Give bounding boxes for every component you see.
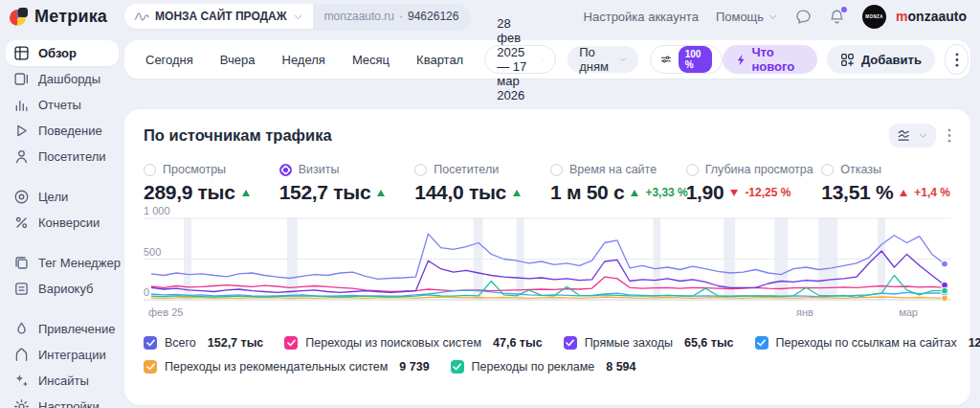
legend-checkbox[interactable]	[755, 336, 768, 350]
sidebar-item-overview[interactable]: Обзор	[6, 40, 119, 66]
legend-checkbox[interactable]	[451, 360, 464, 374]
sidebar-item-insights[interactable]: Инсайты	[6, 368, 119, 394]
target-icon	[13, 189, 30, 205]
quick-range-button-2[interactable]: Неделя	[269, 47, 339, 73]
sampling-control[interactable]: 100 %	[650, 45, 723, 74]
legend-label: Переходы из рекомендательных систем	[165, 360, 388, 374]
card-more-button[interactable]	[947, 128, 951, 143]
granularity-select[interactable]: По дням	[568, 46, 638, 73]
legend-checkbox[interactable]	[564, 336, 577, 350]
gear-icon	[13, 398, 30, 408]
legend-item[interactable]: Всего152,7 тыс	[144, 336, 263, 350]
metric-tab-depth[interactable]: Глубина просмотра1,90-12,25 %	[686, 163, 816, 204]
quick-range-button-3[interactable]: Месяц	[339, 47, 403, 73]
card-controls	[889, 124, 951, 147]
add-widget-button[interactable]: Добавить	[827, 45, 935, 74]
legend-item[interactable]: Переходы из рекомендательных систем9 739	[144, 360, 430, 374]
sidebar-item-visitors[interactable]: Посетители	[6, 144, 119, 170]
sidebar-item-variocube[interactable]: Вариокуб	[6, 276, 119, 302]
metric-radio[interactable]	[414, 164, 427, 176]
chevron-down-icon	[541, 54, 544, 65]
chart-type-button[interactable]	[889, 124, 936, 147]
metric-radio[interactable]	[144, 164, 156, 176]
quick-range-button-0[interactable]: Сегодня	[132, 47, 207, 73]
metrica-logo[interactable]: Метрика	[10, 7, 107, 27]
x-tick-label: фев 25	[148, 306, 183, 318]
counter-name-button[interactable]: МОНЗА САЙТ ПРОДАЖ	[124, 4, 313, 29]
toolbar-more-button[interactable]	[945, 44, 969, 75]
metric-tab-bounce[interactable]: Отказы13,51 %+1,4 %	[821, 163, 951, 204]
counter-selector: МОНЗА САЙТ ПРОДАЖ monzaauto.ru · 9462612…	[124, 4, 470, 29]
date-range-picker[interactable]: 28 фев 2025 — 17 мар 2026	[484, 45, 556, 74]
sidebar-item-behavior[interactable]: Поведение	[6, 118, 119, 144]
legend-row: Переходы из рекомендательных систем9 739…	[144, 360, 951, 374]
toolbar: СегодняВчераНеделяМесяцКвартал 28 фев 20…	[124, 40, 970, 79]
metric-radio[interactable]	[821, 164, 834, 176]
metric-delta: -12,25 %	[745, 186, 791, 199]
metric-radio[interactable]	[550, 164, 563, 176]
sidebar-item-label: Посетители	[38, 149, 106, 164]
metric-radio[interactable]	[279, 164, 292, 176]
legend-checkbox[interactable]	[144, 360, 157, 374]
sidebar-item-settings[interactable]: Настройки	[6, 394, 119, 408]
chevron-down-icon	[918, 130, 928, 141]
trend-up-icon	[242, 190, 250, 196]
line-chart[interactable]	[144, 215, 951, 304]
metric-tab-time-on-site[interactable]: Время на сайте1 м 50 с+3,33 %	[550, 163, 680, 204]
counter-name: МОНЗА САЙТ ПРОДАЖ	[155, 10, 287, 23]
username[interactable]: monzaauto	[896, 9, 967, 24]
sidebar-item-reports[interactable]: Отчеты	[6, 92, 119, 118]
chart-area[interactable]: 05001 000 фев 25янвмар	[144, 215, 951, 323]
sidebar-item-goals[interactable]: Цели	[6, 184, 119, 210]
logo-wordmark: Метрика	[34, 7, 107, 27]
quick-range-button-4[interactable]: Квартал	[403, 47, 477, 73]
sidebar-item-conversions[interactable]: Конверсии	[6, 210, 119, 236]
sidebar-item-acquisition[interactable]: Привлечение	[6, 316, 119, 342]
trend-up-icon	[631, 190, 638, 196]
top-header: Метрика МОНЗА САЙТ ПРОДАЖ monzaauto.ru ·…	[0, 0, 980, 33]
metric-radio[interactable]	[686, 164, 699, 176]
legend-item[interactable]: Переходы по ссылкам на сайтах12,4 тыс	[755, 336, 980, 350]
metric-value: 13,51 %	[821, 181, 893, 204]
metric-tab-visits[interactable]: Визиты152,7 тыс	[279, 163, 410, 204]
series-end-dot	[942, 295, 948, 302]
cube-icon	[13, 281, 30, 297]
sidebar-item-dashboards[interactable]: Дашборды	[6, 66, 119, 92]
help-menu[interactable]: Помощь	[716, 10, 778, 24]
notifications-button[interactable]	[829, 9, 845, 25]
integrations-icon	[13, 347, 30, 363]
play-icon	[13, 123, 30, 139]
legend-checkbox[interactable]	[144, 336, 157, 350]
whats-new-button[interactable]: Что нового	[723, 45, 817, 74]
quick-range-button-1[interactable]: Вчера	[207, 47, 269, 73]
legend-item[interactable]: Прямые заходы65,6 тыс	[564, 336, 734, 350]
legend-item[interactable]: Переходы из поисковых систем47,6 тыс	[284, 336, 542, 350]
metric-value: 1 м 50 с	[550, 181, 624, 204]
account-settings-link[interactable]: Настройка аккаунта	[584, 10, 699, 24]
chat-icon	[795, 9, 812, 25]
avatar[interactable]: MONZA	[862, 5, 886, 29]
metric-tab-views[interactable]: Просмотры289,9 тыс	[144, 163, 274, 204]
metric-label-row: Время на сайте	[550, 163, 680, 176]
series-end-dot	[942, 287, 948, 294]
sparkles-icon	[13, 373, 30, 389]
legend-label: Прямые заходы	[585, 336, 673, 350]
sidebar-item-tag-manager[interactable]: Тег Менеджерβ	[6, 250, 119, 276]
legend-checkbox[interactable]	[284, 336, 298, 350]
chat-button[interactable]	[795, 9, 812, 25]
sidebar-item-label: Тег Менеджер	[38, 256, 121, 270]
sidebar-item-label: Интеграции	[38, 348, 106, 362]
metric-label-row: Посетители	[414, 163, 545, 176]
metric-tab-visitors[interactable]: Посетители144,0 тыс	[414, 163, 545, 204]
username-rest: onzaauto	[908, 9, 967, 24]
legend-item[interactable]: Переходы по рекламе8 594	[451, 360, 636, 374]
metric-value-row: 144,0 тыс	[414, 181, 545, 204]
counter-meta[interactable]: monzaauto.ru · 94626126	[313, 4, 471, 29]
metric-label: Время на сайте	[569, 163, 657, 176]
card-header: По источникам трафика	[144, 124, 951, 147]
sidebar-item-label: Инсайты	[38, 374, 89, 388]
sidebar-item-label: Дашборды	[38, 72, 100, 86]
tag-manager-icon	[13, 255, 30, 271]
metric-value-row: 1 м 50 с+3,33 %	[550, 181, 680, 204]
sidebar-item-integrations[interactable]: Интеграции	[6, 342, 119, 368]
